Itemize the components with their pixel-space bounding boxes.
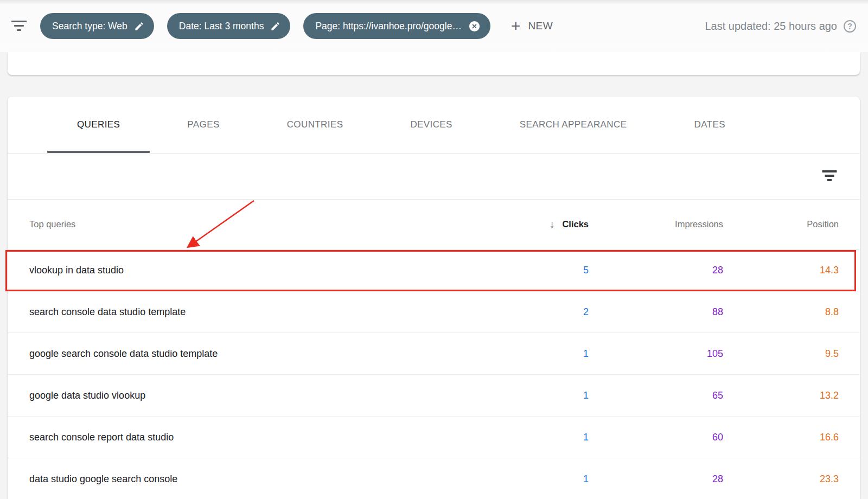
position-value: 23.3 [723,474,839,485]
tab-label: QUERIES [77,119,120,130]
tab-dates[interactable]: DATES [664,97,755,153]
position-value: 8.8 [723,306,839,318]
impressions-value: 60 [589,432,723,443]
column-header-top-queries[interactable]: Top queries [29,219,480,229]
clicks-value: 1 [480,348,589,360]
tab-countries[interactable]: COUNTRIES [257,97,373,153]
query-row[interactable]: search console data studio template 2 88… [8,291,860,333]
new-filter-button[interactable]: + NEW [511,19,553,33]
edit-pencil-icon[interactable] [270,21,280,31]
query-text: google search console data studio templa… [29,348,480,360]
query-text: vlookup in data studio [29,265,480,276]
tab-pages[interactable]: PAGES [157,97,249,153]
column-header-position[interactable]: Position [723,219,839,229]
help-icon[interactable]: ? [844,20,856,33]
last-updated: Last updated: 25 hours ago ? [705,20,856,33]
tab-label: DATES [694,119,725,130]
edit-pencil-icon[interactable] [134,21,144,31]
table-body: vlookup in data studio 5 28 14.3 search … [8,250,860,499]
column-header-impressions[interactable]: Impressions [589,219,723,229]
query-text: search console report data studio [29,432,480,443]
clicks-value: 2 [480,306,589,318]
filter-menu-icon[interactable] [11,20,27,32]
sort-desc-arrow-icon: ↓ [550,219,555,231]
last-updated-text: Last updated: 25 hours ago [705,20,837,33]
chart-card-fragment [8,52,860,75]
table-filter-row [8,153,860,200]
chip-search-type-label: Search type: Web [52,21,127,32]
position-value: 16.6 [723,432,839,443]
position-value: 13.2 [723,390,839,401]
impressions-value: 88 [589,306,723,318]
table-header: Top queries ↓ Clicks Impressions Positio… [8,200,860,250]
tab-label: SEARCH APPEARANCE [520,119,627,130]
table-filter-icon[interactable] [822,170,837,182]
clicks-value: 1 [480,474,589,485]
new-filter-label: NEW [528,20,553,32]
top-toolbar: Search type: Web Date: Last 3 months Pag… [0,0,868,52]
tab-queries[interactable]: QUERIES [47,97,150,153]
column-header-clicks[interactable]: ↓ Clicks [480,219,589,231]
tab-label: COUNTRIES [287,119,343,130]
performance-table-card: QUERIESPAGESCOUNTRIESDEVICESSEARCH APPEA… [8,97,860,499]
impressions-value: 28 [589,474,723,485]
plus-icon: + [511,19,521,33]
query-row[interactable]: vlookup in data studio 5 28 14.3 [8,250,860,291]
query-row[interactable]: data studio google search console 1 28 2… [8,458,860,499]
clicks-value: 1 [480,390,589,401]
tab-devices[interactable]: DEVICES [380,97,482,153]
query-row[interactable]: search console report data studio 1 60 1… [8,417,860,458]
query-text: search console data studio template [29,306,480,318]
position-value: 14.3 [723,265,839,276]
chip-date-range-label: Date: Last 3 months [179,21,264,32]
clicks-value: 5 [480,265,589,276]
dimension-tabs: QUERIESPAGESCOUNTRIESDEVICESSEARCH APPEA… [8,97,860,153]
chip-page-filter-label: Page: https://ivanhoe.pro/google… [315,21,462,32]
query-row[interactable]: google search console data studio templa… [8,333,860,375]
remove-filter-icon[interactable] [468,20,481,33]
chip-page-filter[interactable]: Page: https://ivanhoe.pro/google… [303,13,490,39]
tab-label: DEVICES [410,119,452,130]
chip-date-range[interactable]: Date: Last 3 months [167,13,291,39]
impressions-value: 65 [589,390,723,401]
impressions-value: 28 [589,265,723,276]
tab-search-appearance[interactable]: SEARCH APPEARANCE [490,97,657,153]
query-text: data studio google search console [29,474,480,485]
position-value: 9.5 [723,348,839,360]
query-text: google data studio vlookup [29,390,480,401]
impressions-value: 105 [589,348,723,360]
chip-search-type[interactable]: Search type: Web [40,13,154,39]
query-row[interactable]: google data studio vlookup 1 65 13.2 [8,375,860,417]
tab-label: PAGES [187,119,219,130]
clicks-value: 1 [480,432,589,443]
